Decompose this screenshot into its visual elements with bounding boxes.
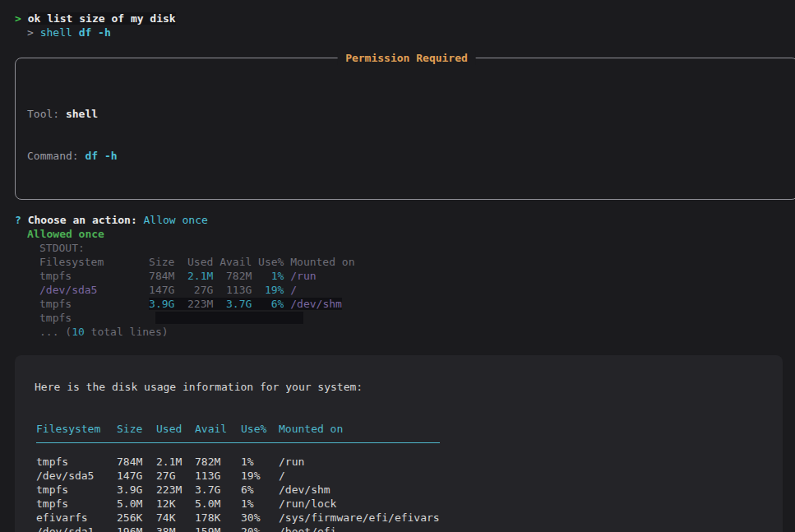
- text-segment: 782M: [213, 270, 270, 282]
- text-segment: ... (: [39, 326, 72, 338]
- tool-call-line: > shell df -h: [27, 25, 795, 39]
- permission-box-title: Permission Required: [337, 51, 476, 65]
- action-prompt-line: ? Choose an action: Allow once: [15, 213, 795, 227]
- command-label: Command:: [27, 150, 85, 162]
- table-header-cell: Avail: [195, 422, 241, 443]
- table-header-cell: Mounted on: [279, 422, 440, 443]
- table-cell: /run: [279, 455, 440, 469]
- table-cell: 196M: [117, 525, 156, 532]
- table-cell: efivarfs: [36, 511, 117, 525]
- table-cell: 5.0M: [117, 497, 156, 511]
- permission-tool-line: Tool: shell: [27, 107, 786, 121]
- text-segment: [72, 312, 155, 324]
- space: [72, 26, 79, 39]
- table-cell: tmpfs: [36, 455, 117, 469]
- table-cell: 27G: [156, 469, 195, 483]
- table-cell: 223M: [156, 483, 195, 497]
- table-cell: 782M: [195, 455, 241, 469]
- text-segment: 1%: [271, 270, 284, 282]
- stdout-line: tmpfs 784M 2.1M 782M 1% /run: [39, 269, 795, 283]
- text-segment: 147G 27G 113G: [97, 284, 265, 296]
- tool-caret-icon: >: [27, 26, 40, 39]
- text-segment: 6%: [271, 298, 284, 310]
- table-cell: /boot/efi: [279, 525, 440, 532]
- table-cell: 3.9G: [117, 483, 156, 497]
- table-cell: 1%: [241, 455, 279, 469]
- table-cell: 19%: [241, 469, 279, 483]
- disk-usage-table: FilesystemSizeUsedAvailUse%Mounted ontmp…: [36, 422, 440, 532]
- command-value: df -h: [85, 150, 117, 162]
- text-segment: 3.7G: [226, 298, 252, 310]
- table-header-cell: Size: [117, 422, 156, 443]
- prompt-caret-icon: >: [15, 12, 28, 25]
- table-cell: 30%: [241, 511, 279, 525]
- action-prompt-label: Choose an action:: [28, 214, 137, 226]
- table-cell: 256K: [117, 511, 156, 525]
- question-mark-icon: ?: [15, 214, 28, 226]
- table-cell: /dev/sda1: [36, 525, 117, 532]
- stdout-line: ... (10 total lines): [39, 325, 795, 339]
- table-cell: /run/lock: [279, 497, 440, 511]
- text-segment: 19%: [265, 284, 284, 296]
- table-header-cell: Use%: [241, 422, 279, 443]
- terminal-page: > ok list size of my disk > shell df -h …: [0, 0, 795, 532]
- table-cell: 6%: [241, 483, 279, 497]
- table-header-cell: Filesystem: [36, 422, 117, 443]
- text-segment: tmpfs 784M: [39, 270, 187, 282]
- assistant-response-panel: Here is the disk usage information for y…: [15, 355, 783, 532]
- text-segment: total lines): [85, 326, 169, 338]
- table-cell: 1%: [241, 497, 279, 511]
- text-segment: /dev/sda5: [39, 284, 97, 296]
- text-segment: 3.9G: [149, 298, 174, 310]
- table-cell: tmpfs: [36, 483, 117, 497]
- stdout-line: tmpfs: [39, 311, 795, 325]
- table-cell: 147G: [117, 469, 156, 483]
- table-cell: 178K: [195, 511, 241, 525]
- action-result-text: Allowed once: [27, 228, 104, 240]
- stdout-line: Filesystem Size Used Avail Use% Mounted …: [39, 255, 795, 269]
- table-cell: /: [279, 469, 440, 483]
- table-cell: /dev/shm: [279, 483, 440, 497]
- permission-command-line: Command: df -h: [27, 149, 786, 163]
- text-segment: STDOUT:: [39, 242, 85, 254]
- table-header-cell: Used: [156, 422, 195, 443]
- table-cell: 113G: [195, 469, 241, 483]
- table-cell: /sys/firmware/efi/efivars: [279, 511, 440, 525]
- text-segment: Filesystem Size Used Avail Use% Mounted …: [39, 256, 355, 268]
- text-segment: /dev/shm: [290, 298, 342, 310]
- table-cell: tmpfs: [36, 497, 117, 511]
- permission-box: Permission Required Tool: shell Command:…: [15, 58, 795, 200]
- table-cell: 159M: [195, 525, 241, 532]
- tool-label: Tool:: [27, 108, 66, 120]
- table-cell: 5.0M: [195, 497, 241, 511]
- text-segment: 223M: [174, 298, 226, 310]
- assistant-intro-text: Here is the disk usage information for y…: [35, 380, 763, 394]
- text-segment: [155, 312, 303, 324]
- stdout-preview: STDOUT:Filesystem Size Used Avail Use% M…: [39, 241, 795, 339]
- tool-command-text: df -h: [79, 26, 111, 39]
- action-selected-option: Allow once: [137, 214, 208, 226]
- text-segment: /: [290, 284, 297, 296]
- stdout-line: /dev/sda5 147G 27G 113G 19% /: [39, 283, 795, 297]
- text-segment: [252, 298, 270, 310]
- table-spacer: [36, 443, 440, 455]
- table-cell: 38M: [156, 525, 195, 532]
- table-cell: 2.1M: [156, 455, 195, 469]
- user-prompt-line: > ok list size of my disk: [15, 12, 795, 25]
- table-cell: 74K: [156, 511, 195, 525]
- table-cell: 20%: [241, 525, 279, 532]
- text-segment: 2.1M: [187, 270, 213, 282]
- table-cell: 12K: [156, 497, 195, 511]
- table-cell: /dev/sda5: [36, 469, 117, 483]
- tool-value: shell: [66, 108, 98, 120]
- user-command-text: ok list size of my disk: [28, 12, 176, 25]
- text-segment: tmpfs: [39, 312, 72, 324]
- table-cell: 3.7G: [195, 483, 241, 497]
- text-segment: tmpfs: [39, 298, 149, 310]
- stdout-line: tmpfs 3.9G 223M 3.7G 6% /dev/shm: [39, 297, 795, 311]
- stdout-line: STDOUT:: [39, 241, 795, 255]
- tool-name-text: shell: [40, 26, 72, 39]
- table-cell: 784M: [117, 455, 156, 469]
- action-result-line: Allowed once: [27, 227, 795, 241]
- text-segment: /run: [290, 270, 316, 282]
